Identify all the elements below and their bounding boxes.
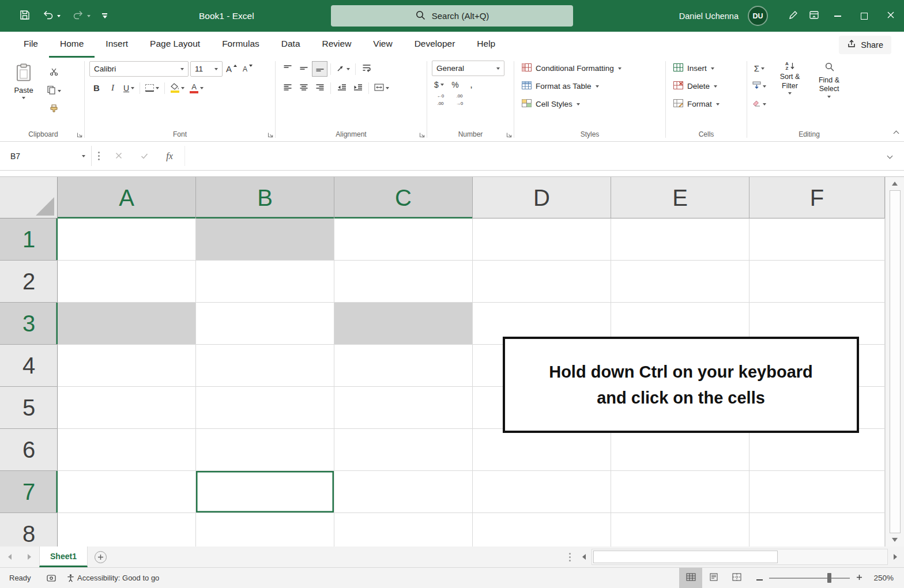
font-color-button[interactable]: A <box>188 81 205 95</box>
align-top-button[interactable] <box>280 62 295 76</box>
comma-style-button[interactable]: , <box>464 78 479 92</box>
cell-F1[interactable] <box>749 218 885 261</box>
cell-E1[interactable] <box>611 218 749 261</box>
borders-button[interactable] <box>144 81 161 95</box>
tab-formulas[interactable]: Formulas <box>211 32 270 58</box>
cell-B8[interactable] <box>196 513 334 546</box>
ink-pen-button[interactable] <box>783 4 804 28</box>
cell-E8[interactable] <box>611 513 749 546</box>
alignment-dialog-launcher[interactable] <box>419 132 425 138</box>
cell-B1[interactable] <box>196 218 334 261</box>
column-header-F[interactable]: F <box>749 177 885 218</box>
autosum-button[interactable]: Σ <box>751 61 768 76</box>
cell-C1[interactable] <box>334 218 473 261</box>
view-page-layout-button[interactable] <box>702 568 725 588</box>
macro-record-icon[interactable] <box>47 574 56 582</box>
font-size-select[interactable]: 11 <box>190 61 223 77</box>
zoom-level[interactable]: 250% <box>866 574 894 582</box>
cell-F8[interactable] <box>749 513 885 546</box>
horizontal-scrollbar[interactable] <box>577 546 903 567</box>
cell-A7[interactable] <box>58 471 196 513</box>
cell-C6[interactable] <box>334 429 473 471</box>
row-header-4[interactable]: 4 <box>0 345 58 387</box>
collapse-ribbon-button[interactable] <box>894 127 898 138</box>
vertical-scrollbar[interactable] <box>885 177 904 546</box>
format-as-table-button[interactable]: Format as Table <box>519 78 661 94</box>
copy-button[interactable] <box>45 84 63 98</box>
wrap-text-button[interactable] <box>359 62 374 76</box>
tab-file[interactable]: File <box>13 32 49 58</box>
formula-input[interactable] <box>184 146 880 166</box>
cell-A1[interactable] <box>58 218 196 261</box>
redo-button[interactable] <box>67 4 96 28</box>
cell-B2[interactable] <box>196 261 334 303</box>
font-name-select[interactable]: Calibri <box>89 61 189 77</box>
cell-C4[interactable] <box>334 345 473 387</box>
cell-D6[interactable] <box>473 429 611 471</box>
fill-button[interactable] <box>751 79 768 93</box>
cell-C3[interactable] <box>334 303 473 345</box>
tab-developer[interactable]: Developer <box>404 32 466 58</box>
column-header-B[interactable]: B <box>196 177 334 218</box>
cell-C7[interactable] <box>334 471 473 513</box>
cell-styles-button[interactable]: Cell Styles <box>519 96 661 112</box>
zoom-slider-handle[interactable] <box>827 573 831 583</box>
cell-E7[interactable] <box>611 471 749 513</box>
expand-formula-bar-button[interactable] <box>880 146 899 166</box>
align-left-button[interactable] <box>280 81 295 95</box>
sheet-nav-left-button[interactable] <box>0 546 20 567</box>
orientation-button[interactable] <box>334 62 352 76</box>
zoom-in-button[interactable] <box>856 574 862 582</box>
column-header-C[interactable]: C <box>334 177 473 218</box>
cut-button[interactable] <box>45 65 63 80</box>
cell-E2[interactable] <box>611 261 749 303</box>
sheet-nav-right-button[interactable] <box>20 546 39 567</box>
row-header-6[interactable]: 6 <box>0 429 58 471</box>
cell-A8[interactable] <box>58 513 196 546</box>
italic-button[interactable]: I <box>106 81 120 95</box>
merge-center-button[interactable] <box>372 81 391 95</box>
delete-cells-button[interactable]: Delete <box>671 78 742 94</box>
number-format-select[interactable]: General <box>432 61 504 76</box>
number-dialog-launcher[interactable] <box>506 132 512 138</box>
share-button[interactable]: Share <box>839 36 891 54</box>
cell-A4[interactable] <box>58 345 196 387</box>
align-middle-button[interactable] <box>296 62 311 76</box>
row-header-7[interactable]: 7 <box>0 471 58 513</box>
view-page-break-button[interactable] <box>725 568 748 588</box>
cell-A3[interactable] <box>58 303 196 345</box>
insert-function-button[interactable]: fx <box>157 146 182 166</box>
close-button[interactable] <box>877 0 904 32</box>
minimize-button[interactable] <box>824 0 851 32</box>
sheet-tab-sheet1[interactable]: Sheet1 <box>39 546 88 567</box>
align-bottom-button[interactable] <box>312 62 327 76</box>
insert-cells-button[interactable]: Insert <box>671 61 742 76</box>
cell-C8[interactable] <box>334 513 473 546</box>
scroll-right-button[interactable] <box>888 546 903 567</box>
decrease-font-size-button[interactable]: A <box>240 62 255 76</box>
underline-button[interactable]: U <box>122 81 136 95</box>
select-all-button[interactable] <box>0 177 58 218</box>
increase-decimal-button[interactable]: ←0.00 <box>432 93 449 107</box>
accounting-format-button[interactable]: $ <box>432 78 446 92</box>
font-dialog-launcher[interactable] <box>268 132 273 138</box>
increase-indent-button[interactable] <box>351 81 365 95</box>
search-box[interactable]: Search (Alt+Q) <box>331 5 573 27</box>
cell-F2[interactable] <box>749 261 885 303</box>
cell-D1[interactable] <box>473 218 611 261</box>
tab-data[interactable]: Data <box>270 32 311 58</box>
tab-page-layout[interactable]: Page Layout <box>139 32 211 58</box>
cell-E6[interactable] <box>611 429 749 471</box>
cell-B3[interactable] <box>196 303 334 345</box>
tab-splitter-handle[interactable] <box>569 556 571 558</box>
zoom-out-button[interactable] <box>756 574 763 582</box>
row-header-2[interactable]: 2 <box>0 261 58 303</box>
scroll-left-button[interactable] <box>577 546 592 567</box>
tab-review[interactable]: Review <box>311 32 363 58</box>
clipboard-dialog-launcher[interactable] <box>77 132 82 138</box>
accessibility-icon[interactable] <box>66 574 75 582</box>
paste-button[interactable]: Paste <box>7 61 40 127</box>
row-header-8[interactable]: 8 <box>0 513 58 546</box>
cell-F7[interactable] <box>749 471 885 513</box>
scroll-down-icon[interactable] <box>892 538 898 542</box>
